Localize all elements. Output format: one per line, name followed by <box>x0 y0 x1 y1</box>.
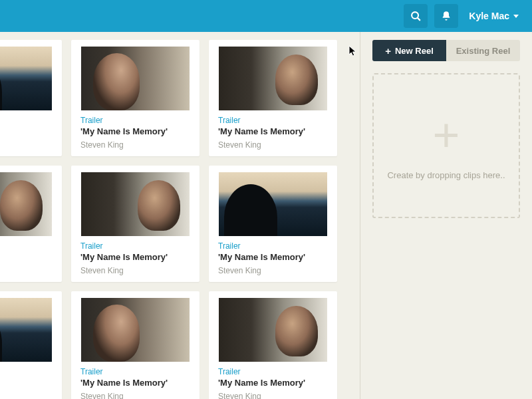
clip-title: ne Is Memory' <box>0 367 62 382</box>
clip-title: 'My Name Is Memory' <box>209 376 337 392</box>
clip-card[interactable]: Trailer'My Name Is Memory'Steven King <box>71 291 200 399</box>
clip-type-label: Trailer <box>209 116 337 125</box>
clip-card[interactable]: Trailer'My Name Is Memory'Steven King <box>71 166 200 282</box>
clip-title: 'My Name Is Memory' <box>71 125 200 140</box>
clip-thumbnail <box>81 172 190 236</box>
user-menu[interactable]: Kyle Mac <box>465 4 523 28</box>
clip-thumbnail <box>219 47 327 110</box>
clip-thumbnail <box>0 172 52 236</box>
clip-author: Steven King <box>209 392 337 399</box>
new-reel-tab[interactable]: + New Reel <box>372 40 446 61</box>
clip-author: Steven King <box>71 266 200 275</box>
clip-thumbnail <box>0 298 52 362</box>
main-content: ne Is Memory'gTrailer'My Name Is Memory'… <box>0 32 532 399</box>
clip-type-label: Trailer <box>71 241 200 251</box>
clip-author: Steven King <box>209 140 337 150</box>
clip-grid: ne Is Memory'gTrailer'My Name Is Memory'… <box>0 40 360 399</box>
bell-icon <box>441 11 452 21</box>
clip-card[interactable]: ne Is Memory'g <box>0 291 62 399</box>
clip-thumbnail <box>0 47 52 110</box>
clip-title: 'My Name Is Memory' <box>71 251 200 266</box>
clip-card[interactable]: ne Is Memory'g <box>0 40 62 156</box>
clip-author: Steven King <box>71 392 200 399</box>
clip-library: ne Is Memory'gTrailer'My Name Is Memory'… <box>0 32 360 399</box>
clip-title: 'My Name Is Memory' <box>209 125 337 140</box>
dropzone-text: Create by dropping clips here.. <box>387 170 505 180</box>
clip-thumbnail <box>219 172 327 236</box>
clip-title: 'My Name Is Memory' <box>209 251 337 266</box>
clip-thumbnail <box>81 298 190 362</box>
clip-card[interactable]: Trailer'My Name Is Memory'Steven King <box>209 166 337 282</box>
plus-icon: + <box>385 46 391 56</box>
add-icon: + <box>433 112 460 158</box>
clip-title: 'My Name Is Memory' <box>71 376 200 392</box>
clip-card[interactable]: ne Is Memory'g <box>0 166 62 282</box>
existing-reel-tab[interactable]: Existing Reel <box>446 40 520 61</box>
user-name: Kyle Mac <box>469 11 509 21</box>
search-icon <box>410 11 422 22</box>
chevron-down-icon <box>513 15 519 18</box>
notifications-button[interactable] <box>434 4 458 28</box>
clip-type-label: Trailer <box>71 367 200 376</box>
reel-panel: + New Reel Existing Reel + Create by dro… <box>360 32 532 399</box>
reel-tabs: + New Reel Existing Reel <box>372 40 520 61</box>
clip-author: Steven King <box>209 266 337 275</box>
clip-card[interactable]: Trailer'My Name Is Memory'Steven King <box>209 40 337 156</box>
clip-author: g <box>0 382 62 392</box>
app-header: Kyle Mac <box>0 0 532 32</box>
reel-dropzone[interactable]: + Create by dropping clips here.. <box>372 73 520 218</box>
clip-author: g <box>0 131 62 140</box>
clip-author: Steven King <box>71 140 200 150</box>
clip-card[interactable]: Trailer'My Name Is Memory'Steven King <box>209 291 337 399</box>
clip-card[interactable]: Trailer'My Name Is Memory'Steven King <box>71 40 200 156</box>
clip-title: ne Is Memory' <box>0 116 62 131</box>
svg-line-1 <box>417 17 420 20</box>
svg-point-0 <box>412 12 418 19</box>
clip-author: g <box>0 257 62 266</box>
existing-reel-label: Existing Reel <box>456 46 511 56</box>
clip-type-label: Trailer <box>209 367 337 376</box>
clip-type-label: Trailer <box>209 241 337 251</box>
clip-title: ne Is Memory' <box>0 241 62 257</box>
clip-thumbnail <box>219 298 327 362</box>
search-button[interactable] <box>404 4 428 28</box>
clip-type-label: Trailer <box>71 116 200 125</box>
clip-thumbnail <box>81 47 190 110</box>
new-reel-label: New Reel <box>395 46 434 56</box>
